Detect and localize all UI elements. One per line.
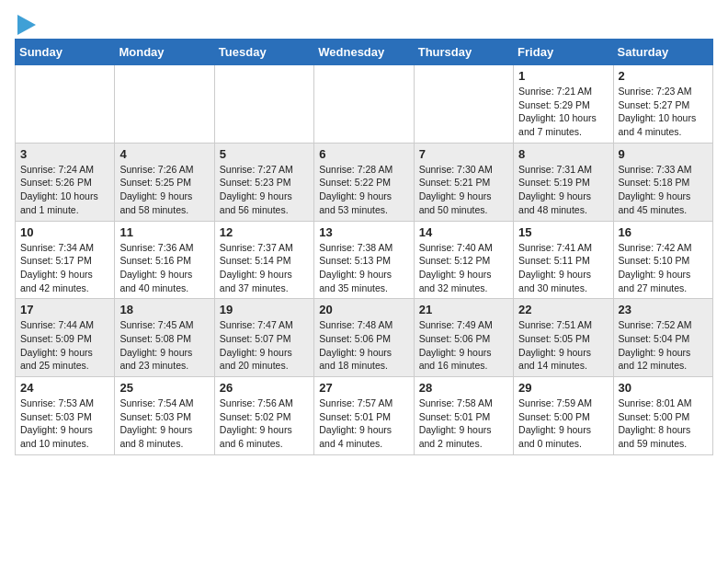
day-number: 10 [20,225,109,239]
calendar-day-cell: 26Sunrise: 7:56 AMSunset: 5:02 PMDayligh… [214,377,313,455]
day-info: Sunrise: 7:40 AMSunset: 5:12 PMDaylight:… [419,241,508,295]
day-number: 16 [619,225,708,239]
weekday-header: Sunday [16,40,115,65]
day-info: Sunrise: 7:21 AMSunset: 5:29 PMDaylight:… [518,85,608,139]
day-number: 11 [119,225,209,239]
calendar-day-cell: 27Sunrise: 7:57 AMSunset: 5:01 PMDayligh… [314,377,414,455]
day-number: 14 [419,225,508,239]
day-info: Sunrise: 7:54 AMSunset: 5:03 PMDaylight:… [119,396,209,451]
calendar-day-cell: 3Sunrise: 7:24 AMSunset: 5:26 PMDaylight… [16,143,115,221]
calendar-day-cell: 8Sunrise: 7:31 AMSunset: 5:19 PMDaylight… [514,143,613,221]
calendar-day-cell [414,65,513,144]
day-number: 20 [319,303,408,316]
day-info: Sunrise: 7:26 AMSunset: 5:25 PMDaylight:… [119,163,209,217]
calendar-day-cell [214,65,313,144]
calendar-day-cell: 30Sunrise: 8:01 AMSunset: 5:00 PMDayligh… [613,377,712,455]
day-info: Sunrise: 7:47 AMSunset: 5:07 PMDaylight:… [220,318,309,373]
day-number: 12 [220,225,309,239]
calendar-day-cell: 6Sunrise: 7:28 AMSunset: 5:22 PMDaylight… [314,143,414,221]
day-info: Sunrise: 7:31 AMSunset: 5:19 PMDaylight:… [518,163,608,217]
day-number: 9 [619,147,708,161]
day-number: 21 [419,303,508,316]
calendar-table: SundayMondayTuesdayWednesdayThursdayFrid… [15,39,713,455]
day-info: Sunrise: 7:33 AMSunset: 5:18 PMDaylight:… [619,163,708,217]
day-info: Sunrise: 7:53 AMSunset: 5:03 PMDaylight:… [20,396,109,451]
calendar-day-cell: 5Sunrise: 7:27 AMSunset: 5:23 PMDaylight… [214,143,313,221]
day-number: 18 [119,303,209,316]
calendar-week-row: 24Sunrise: 7:53 AMSunset: 5:03 PMDayligh… [16,377,713,455]
logo [15,15,36,31]
day-info: Sunrise: 7:58 AMSunset: 5:01 PMDaylight:… [419,396,508,451]
day-info: Sunrise: 7:48 AMSunset: 5:06 PMDaylight:… [319,318,408,373]
day-number: 6 [319,147,408,161]
calendar-day-cell: 15Sunrise: 7:41 AMSunset: 5:11 PMDayligh… [514,221,613,299]
weekday-header: Friday [514,40,613,65]
day-number: 22 [518,303,608,316]
day-info: Sunrise: 7:28 AMSunset: 5:22 PMDaylight:… [319,163,408,217]
day-number: 27 [319,381,408,395]
day-info: Sunrise: 7:59 AMSunset: 5:00 PMDaylight:… [518,396,608,451]
calendar-week-row: 3Sunrise: 7:24 AMSunset: 5:26 PMDaylight… [16,143,713,221]
calendar-day-cell: 17Sunrise: 7:44 AMSunset: 5:09 PMDayligh… [16,299,115,377]
calendar-week-row: 1Sunrise: 7:21 AMSunset: 5:29 PMDaylight… [16,65,713,144]
day-number: 4 [119,147,209,161]
calendar-day-cell: 2Sunrise: 7:23 AMSunset: 5:27 PMDaylight… [613,65,712,144]
day-info: Sunrise: 7:56 AMSunset: 5:02 PMDaylight:… [220,396,309,451]
calendar-day-cell: 14Sunrise: 7:40 AMSunset: 5:12 PMDayligh… [414,221,513,299]
calendar-day-cell: 4Sunrise: 7:26 AMSunset: 5:25 PMDaylight… [115,143,214,221]
day-number: 29 [518,381,608,395]
calendar-day-cell: 11Sunrise: 7:36 AMSunset: 5:16 PMDayligh… [115,221,214,299]
day-number: 17 [20,303,109,316]
day-info: Sunrise: 7:41 AMSunset: 5:11 PMDaylight:… [518,241,608,295]
day-number: 5 [220,147,309,161]
page-header [15,15,713,31]
calendar-day-cell [115,65,214,144]
calendar-day-cell [314,65,414,144]
day-number: 2 [619,69,708,83]
day-number: 1 [518,69,608,83]
weekday-header: Saturday [613,40,712,65]
day-number: 24 [20,381,109,395]
calendar-day-cell: 28Sunrise: 7:58 AMSunset: 5:01 PMDayligh… [414,377,513,455]
calendar-week-row: 10Sunrise: 7:34 AMSunset: 5:17 PMDayligh… [16,221,713,299]
day-info: Sunrise: 7:37 AMSunset: 5:14 PMDaylight:… [220,241,309,295]
day-number: 15 [518,225,608,239]
weekday-header: Wednesday [314,40,414,65]
logo-arrow-icon [17,15,36,35]
day-info: Sunrise: 8:01 AMSunset: 5:00 PMDaylight:… [619,396,708,451]
day-info: Sunrise: 7:34 AMSunset: 5:17 PMDaylight:… [20,241,109,295]
day-number: 19 [220,303,309,316]
calendar-header-row: SundayMondayTuesdayWednesdayThursdayFrid… [16,40,713,65]
calendar-day-cell: 29Sunrise: 7:59 AMSunset: 5:00 PMDayligh… [514,377,613,455]
calendar-day-cell: 22Sunrise: 7:51 AMSunset: 5:05 PMDayligh… [514,299,613,377]
day-number: 7 [419,147,508,161]
calendar-day-cell: 19Sunrise: 7:47 AMSunset: 5:07 PMDayligh… [214,299,313,377]
day-number: 26 [220,381,309,395]
calendar-day-cell: 13Sunrise: 7:38 AMSunset: 5:13 PMDayligh… [314,221,414,299]
day-info: Sunrise: 7:30 AMSunset: 5:21 PMDaylight:… [419,163,508,217]
day-number: 28 [419,381,508,395]
day-number: 25 [119,381,209,395]
day-info: Sunrise: 7:51 AMSunset: 5:05 PMDaylight:… [518,318,608,373]
calendar-day-cell: 10Sunrise: 7:34 AMSunset: 5:17 PMDayligh… [16,221,115,299]
day-number: 8 [518,147,608,161]
calendar-day-cell: 24Sunrise: 7:53 AMSunset: 5:03 PMDayligh… [16,377,115,455]
calendar-day-cell: 7Sunrise: 7:30 AMSunset: 5:21 PMDaylight… [414,143,513,221]
weekday-header: Tuesday [214,40,313,65]
day-number: 13 [319,225,408,239]
calendar-day-cell: 25Sunrise: 7:54 AMSunset: 5:03 PMDayligh… [115,377,214,455]
day-info: Sunrise: 7:49 AMSunset: 5:06 PMDaylight:… [419,318,508,373]
day-info: Sunrise: 7:45 AMSunset: 5:08 PMDaylight:… [119,318,209,373]
day-info: Sunrise: 7:42 AMSunset: 5:10 PMDaylight:… [619,241,708,295]
weekday-header: Monday [115,40,214,65]
day-number: 3 [20,147,109,161]
weekday-header: Thursday [414,40,513,65]
day-info: Sunrise: 7:38 AMSunset: 5:13 PMDaylight:… [319,241,408,295]
day-info: Sunrise: 7:36 AMSunset: 5:16 PMDaylight:… [119,241,209,295]
calendar-day-cell: 21Sunrise: 7:49 AMSunset: 5:06 PMDayligh… [414,299,513,377]
day-info: Sunrise: 7:44 AMSunset: 5:09 PMDaylight:… [20,318,109,373]
day-number: 30 [619,381,708,395]
calendar-day-cell: 23Sunrise: 7:52 AMSunset: 5:04 PMDayligh… [613,299,712,377]
calendar-day-cell: 1Sunrise: 7:21 AMSunset: 5:29 PMDaylight… [514,65,613,144]
calendar-day-cell: 20Sunrise: 7:48 AMSunset: 5:06 PMDayligh… [314,299,414,377]
